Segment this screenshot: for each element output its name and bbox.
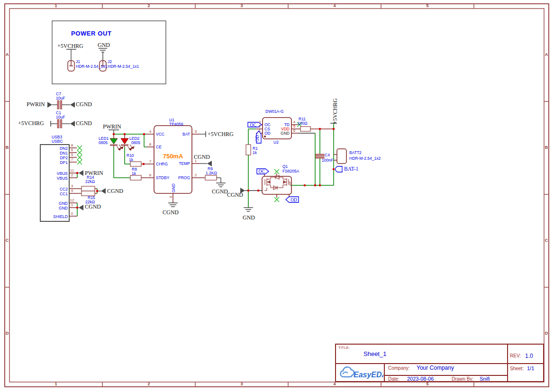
connector-j1[interactable] xyxy=(68,61,74,71)
flag-text: OD xyxy=(255,135,260,142)
resistor-r14-r15[interactable] xyxy=(82,186,106,196)
pin-name: PROG xyxy=(178,175,190,180)
footprint-j1: HDR-M-2.54_1x1 xyxy=(76,64,107,69)
zone-row-right: C xyxy=(545,238,548,243)
pin-name: DP1 xyxy=(60,160,68,165)
schematic-canvas[interactable]: OC OD xyxy=(0,0,554,392)
pin-name: GND xyxy=(59,206,68,210)
pin-name: CC1 xyxy=(60,191,68,196)
no-connect-icon xyxy=(77,146,82,164)
ground-symbol[interactable] xyxy=(99,48,107,61)
net-flag-od-q1[interactable]: OD xyxy=(286,197,299,202)
pin-name: CE xyxy=(156,145,162,149)
netport-pwrin-icon[interactable] xyxy=(47,102,52,108)
capacitor-c1[interactable] xyxy=(51,119,75,128)
pin-name: CC2 xyxy=(60,187,68,191)
netport-cgnd-icon[interactable] xyxy=(70,121,75,127)
net-label-cgnd: CGND xyxy=(76,120,92,127)
capacitor-c7[interactable] xyxy=(47,100,75,109)
footprint-batt2: HDR-M-2.54_1x2 xyxy=(349,156,381,161)
net-label-5vchrg-vertical: +5VCHRG xyxy=(332,98,339,124)
netport-cgnd-icon[interactable] xyxy=(101,188,106,194)
cloud-icon xyxy=(340,367,354,377)
zone-col-top: 2 xyxy=(147,3,150,8)
date-value[interactable]: 2023-08-06 xyxy=(407,376,434,382)
pin-number: 2 xyxy=(259,124,261,128)
zone-row-right: B xyxy=(545,145,548,150)
value-r9: 1.2KΩ xyxy=(206,171,217,175)
netport-cgnd-icon[interactable] xyxy=(70,102,75,108)
zone-col-top: 4 xyxy=(333,3,336,8)
bat-5vchrg-label[interactable] xyxy=(200,131,206,137)
pin-name: CHRG xyxy=(156,162,168,166)
zone-col-top: 1 xyxy=(54,3,57,8)
drawn-by-value[interactable]: Snifi xyxy=(480,376,490,382)
divider xyxy=(384,363,385,381)
net-flag-oc-q1[interactable]: OC xyxy=(257,169,269,174)
power-out-title: POWER OUT xyxy=(71,30,112,37)
value-r10: 1k xyxy=(129,157,133,162)
zone-row-right: A xyxy=(545,52,548,57)
resistor-r9[interactable] xyxy=(200,175,226,187)
pin-number: 5 xyxy=(293,124,295,128)
pin-name: SHIELD xyxy=(53,214,68,219)
pin-name: TEMP xyxy=(179,161,190,166)
sheet-label: Sheet: xyxy=(510,366,524,371)
pin-number: 5 xyxy=(71,153,73,157)
rev-label: REV: xyxy=(510,354,521,358)
resistor-r11[interactable] xyxy=(298,127,334,131)
sheet-value[interactable]: 1/1 xyxy=(527,366,534,371)
date-label: Date: xyxy=(388,377,400,382)
pin-name: DP2 xyxy=(60,155,68,160)
charge-current-label: 750mA xyxy=(163,153,183,160)
q1-fs8205a[interactable] xyxy=(262,169,291,202)
u1-ground-symbol[interactable] xyxy=(168,203,178,207)
net-label-cgnd: CGND xyxy=(194,154,210,161)
designator-c4: C4 xyxy=(325,153,330,157)
value-r8: 1k xyxy=(132,171,136,176)
pin-name: BAT xyxy=(182,132,190,137)
title-label: TITLE: xyxy=(338,346,350,350)
netport-cgnd-icon[interactable] xyxy=(207,161,212,166)
batt2-header[interactable] xyxy=(334,149,346,164)
pin-number: 3 xyxy=(71,184,73,188)
zone-col-top: 5 xyxy=(426,3,428,8)
led1[interactable] xyxy=(110,134,123,150)
rev-value[interactable]: 1.0 xyxy=(525,353,533,359)
net-label-cgnd: CGND xyxy=(107,188,123,195)
schematic-sheet: OC OD xyxy=(0,0,554,392)
divider xyxy=(336,363,543,364)
value-c1: 10uF xyxy=(56,115,65,119)
flag-text: OD xyxy=(291,198,297,202)
zone-row-left: A xyxy=(6,52,9,57)
pin-number: 4 xyxy=(293,120,295,124)
zone-col-top: 3 xyxy=(240,3,243,8)
value-r14: 22kΩ xyxy=(85,179,95,184)
company-label: Company: xyxy=(388,366,410,371)
company-value[interactable]: Your Company xyxy=(417,365,454,371)
capacitor-c4[interactable] xyxy=(316,129,324,185)
led-emission-arrows-icon xyxy=(127,145,134,150)
resistor-r1[interactable] xyxy=(246,129,256,191)
net-label-cgnd: CGND xyxy=(212,188,228,195)
net-flag-bat1[interactable] xyxy=(336,166,343,172)
netport-cgnd-icon[interactable] xyxy=(79,205,83,210)
netport-pwrin-icon[interactable] xyxy=(79,170,83,176)
temp-cgnd-port[interactable] xyxy=(200,161,212,166)
pin-name: DN2 xyxy=(60,146,68,151)
net-label-5vchrg: +5VCHRG xyxy=(18,120,44,127)
sheet-title[interactable]: Sheet_1 xyxy=(363,351,386,357)
value-led2: 0805 xyxy=(131,140,140,145)
resistor-r8[interactable] xyxy=(130,175,146,180)
zone-row-left: D xyxy=(6,331,9,336)
zone-row-left: B xyxy=(6,145,9,150)
pin-name: VBUS xyxy=(57,171,68,176)
pin-number: 1 xyxy=(71,203,73,207)
net-label-cgnd: CGND xyxy=(227,191,243,199)
value-u2: DW01A-G xyxy=(265,109,284,114)
pin-name: OD xyxy=(264,131,271,136)
pin-number: 7 xyxy=(71,157,73,162)
net-label-5vchrg: +5VCHRG xyxy=(57,43,83,50)
net-flag-bat-1: BAT-1 xyxy=(344,166,358,172)
designator-q1: Q1 xyxy=(282,164,288,169)
